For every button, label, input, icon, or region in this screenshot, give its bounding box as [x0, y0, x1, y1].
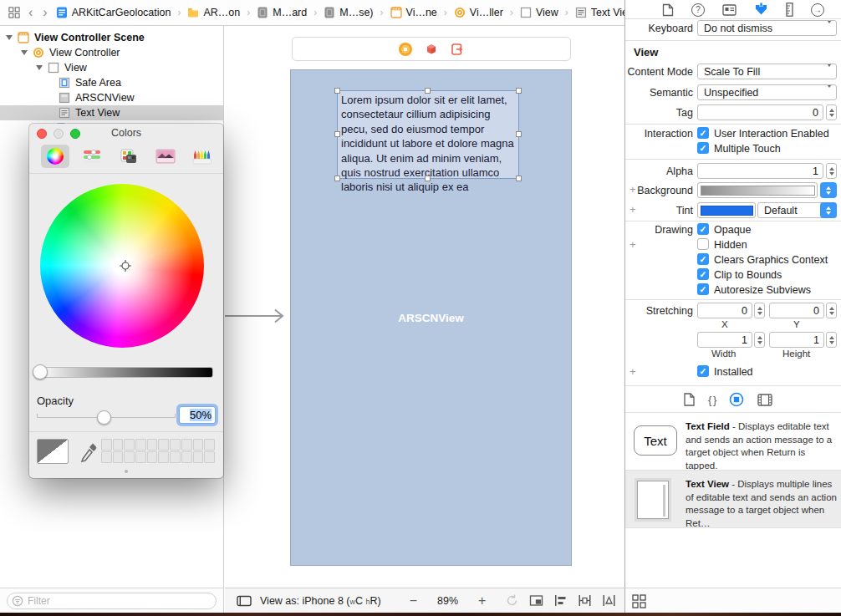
installed-checkbox[interactable] — [697, 365, 709, 377]
outline-row-text-view[interactable]: Text View — [0, 105, 223, 120]
related-items-icon[interactable] — [8, 7, 20, 18]
resize-handle[interactable] — [425, 88, 431, 94]
outline-filter-input[interactable] — [7, 593, 217, 609]
opacity-value-field[interactable]: 50% — [179, 406, 216, 424]
color-wheel-crosshair[interactable] — [120, 260, 131, 272]
tag-field[interactable]: 0 — [697, 104, 823, 120]
device-canvas[interactable]: Lorem ipsum dolor sit er elit lamet, con… — [290, 69, 572, 566]
resolve-autolayout-icon[interactable] — [602, 593, 616, 608]
add-constraints-icon[interactable] — [578, 593, 592, 608]
zoom-out-button[interactable]: − — [410, 593, 417, 608]
view-as-label[interactable]: View as: iPhone 8 ( — [260, 595, 349, 607]
file-inspector-icon[interactable] — [662, 3, 674, 17]
breadcrumb-scene[interactable]: Vi…ne — [390, 7, 437, 18]
autoresize-checkbox[interactable] — [697, 283, 709, 295]
first-responder-cube-icon[interactable] — [425, 43, 438, 56]
swatch-cell[interactable] — [124, 451, 135, 463]
semantic-popup[interactable]: Unspecified — [697, 84, 837, 100]
stretching-height-field[interactable]: 1 — [769, 332, 824, 348]
breadcrumb-project[interactable]: ARKitCarGeolocation — [56, 7, 171, 18]
swatch-cell[interactable] — [204, 451, 215, 463]
forward-chevron-icon[interactable]: › — [41, 7, 48, 18]
device-configuration-icon[interactable] — [237, 595, 252, 607]
storyboard-entry-arrow[interactable] — [225, 308, 292, 323]
swatch-cell[interactable] — [181, 451, 192, 463]
color-sliders-tab[interactable] — [78, 145, 106, 168]
resize-handle[interactable] — [516, 131, 522, 137]
breadcrumb-folder[interactable]: AR…on — [187, 7, 240, 18]
swatch-cell[interactable] — [101, 439, 112, 451]
object-library-icon[interactable] — [729, 392, 744, 407]
alpha-field[interactable]: 1 — [697, 163, 823, 179]
resize-handle[interactable] — [334, 131, 340, 137]
swatch-cell[interactable] — [147, 451, 158, 463]
disclosure-triangle-icon[interactable] — [21, 50, 28, 55]
background-color-well[interactable] — [697, 182, 818, 198]
stretching-y-field[interactable]: 0 — [769, 303, 824, 318]
brightness-slider[interactable] — [38, 367, 213, 378]
media-library-icon[interactable] — [757, 394, 772, 406]
quick-help-inspector-icon[interactable]: ? — [691, 3, 705, 17]
swatch-cell[interactable] — [113, 439, 124, 451]
opacity-slider-thumb[interactable] — [97, 410, 111, 425]
library-item-text-view[interactable]: Text View - Displays multiple lines of e… — [625, 471, 841, 527]
keyboard-popup[interactable]: Do not dismiss — [697, 20, 837, 36]
view-controller-dock-icon[interactable] — [399, 43, 412, 56]
stretching-width-stepper[interactable] — [754, 332, 765, 348]
color-wheel-tab[interactable] — [41, 145, 69, 168]
swatch-cell[interactable] — [101, 451, 112, 463]
library-item-text-field[interactable]: Text Text Field - Displays editable text… — [625, 413, 841, 470]
resize-handle[interactable] — [425, 176, 431, 181]
breadcrumb-view[interactable]: View — [520, 7, 558, 18]
file-template-library-icon[interactable] — [684, 393, 695, 406]
installed-keyframe-plus[interactable]: + — [629, 365, 636, 378]
swatch-cell[interactable] — [147, 439, 158, 451]
eyedropper-icon[interactable] — [79, 439, 98, 462]
swatch-cell[interactable] — [193, 439, 204, 451]
swatch-cell[interactable] — [204, 439, 215, 451]
update-frames-icon[interactable] — [505, 593, 519, 608]
swatch-cell[interactable] — [124, 439, 135, 451]
multiple-touch-checkbox[interactable] — [697, 142, 709, 154]
hidden-checkbox[interactable] — [697, 238, 709, 250]
connections-inspector-icon[interactable]: → — [811, 3, 824, 17]
tag-stepper[interactable] — [826, 104, 837, 120]
resize-handle[interactable] — [334, 88, 340, 94]
outline-row-arscnview[interactable]: ARSCNView — [0, 90, 223, 105]
clears-graphics-checkbox[interactable] — [697, 253, 709, 265]
attributes-inspector-icon[interactable] — [754, 3, 768, 17]
outline-row-safe-area[interactable]: Safe Area — [0, 75, 223, 90]
stretching-x-field[interactable]: 0 — [697, 303, 752, 318]
content-mode-popup[interactable]: Scale To Fill — [697, 64, 837, 79]
text-view-on-canvas[interactable]: Lorem ipsum dolor sit er elit lamet, con… — [337, 90, 519, 179]
exit-segue-icon[interactable] — [451, 43, 464, 56]
zoom-in-button[interactable]: + — [478, 593, 486, 608]
resize-handle[interactable] — [516, 88, 522, 94]
breadcrumb-view-controller[interactable]: Vi…ller — [454, 7, 503, 18]
clip-to-bounds-checkbox[interactable] — [697, 268, 709, 280]
embed-in-stack-icon[interactable] — [529, 593, 543, 608]
tint-color-well[interactable] — [697, 202, 756, 218]
swatch-cell[interactable] — [135, 439, 146, 451]
image-palettes-tab[interactable] — [151, 145, 180, 168]
outline-row-view-controller[interactable]: View Controller — [0, 45, 223, 60]
color-palettes-tab[interactable] — [115, 145, 143, 168]
background-color-stepper[interactable] — [820, 182, 837, 198]
tint-stepper[interactable] — [820, 202, 837, 218]
opaque-checkbox[interactable] — [697, 223, 709, 235]
code-snippet-library-icon[interactable]: { } — [708, 394, 716, 406]
pencils-tab[interactable] — [188, 145, 217, 168]
back-chevron-icon[interactable]: ‹ — [27, 7, 34, 18]
swatch-cell[interactable] — [181, 439, 192, 451]
panel-resize-handle[interactable] — [125, 470, 128, 473]
brightness-slider-thumb[interactable] — [33, 364, 48, 379]
stretching-x-stepper[interactable] — [754, 303, 765, 318]
outline-row-view[interactable]: View — [0, 60, 223, 75]
stretching-y-stepper[interactable] — [826, 303, 837, 318]
size-inspector-icon[interactable] — [786, 3, 793, 17]
swatch-cell[interactable] — [170, 451, 181, 463]
disclosure-triangle-icon[interactable] — [6, 35, 13, 40]
swatch-cell[interactable] — [193, 451, 204, 463]
current-color-well[interactable] — [37, 439, 69, 464]
colors-titlebar[interactable]: Colors — [29, 124, 223, 142]
